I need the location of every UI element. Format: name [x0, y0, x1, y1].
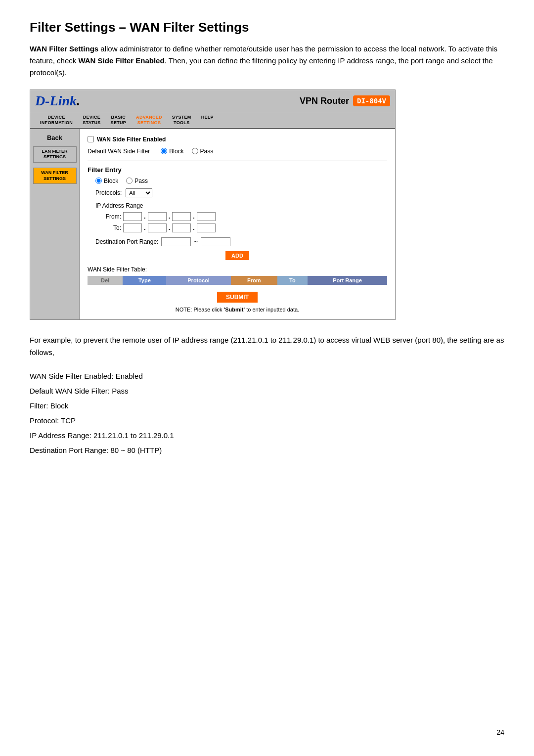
port-tilde: ~: [194, 238, 198, 245]
example-item-6: Destination Port Range: 80 ~ 80 (HTTP): [30, 443, 504, 458]
sidebar-item-lan-filter[interactable]: LAN FILTERSETTINGS: [33, 146, 77, 163]
ip-to-label: To:: [103, 224, 121, 231]
filter-block-label: Block: [104, 178, 118, 184]
port-from-input[interactable]: [161, 237, 191, 246]
ip-dot-1: .: [144, 213, 146, 220]
model-badge: DI-804V: [353, 95, 390, 106]
ip-from-octet1[interactable]: [123, 212, 142, 221]
ip-to-octet4[interactable]: [197, 223, 216, 232]
wan-filter-enabled-row: WAN Side Filter Enabled: [88, 136, 387, 143]
ip-dot-5: .: [169, 224, 171, 231]
note-submit-bold: 'Submit': [224, 307, 245, 312]
content-area: WAN Side Filter Enabled Default WAN Side…: [80, 129, 395, 319]
default-pass-radio[interactable]: [192, 148, 198, 154]
ip-to-octet1[interactable]: [123, 223, 142, 232]
default-block-option[interactable]: Block: [161, 148, 183, 155]
submit-row: Submit: [88, 292, 387, 303]
intro-bold-wan: WAN Filter Settings: [30, 44, 98, 53]
table-header-to: To: [277, 276, 308, 285]
sidebar-item-wan-filter[interactable]: WAN FILTERSETTINGS: [33, 168, 77, 184]
default-pass-label: Pass: [200, 148, 214, 155]
example-item-3: Filter: Block: [30, 399, 504, 413]
default-pass-option[interactable]: Pass: [192, 148, 214, 155]
intro-bold-filter: WAN Side Filter Enabled: [78, 56, 164, 65]
table-header-type: Type: [123, 276, 166, 285]
nav-system-tools[interactable]: SYSTEMTOOLS: [167, 112, 196, 128]
wan-filter-enabled-checkbox[interactable]: [88, 136, 94, 142]
protocols-label: Protocols:: [95, 189, 122, 196]
add-button[interactable]: Add: [225, 251, 249, 260]
router-nav: DEVICEINFORMATION DEVICESTATUS BASICSETU…: [30, 112, 395, 129]
ip-from-label: From:: [103, 213, 121, 220]
nav-advanced-settings[interactable]: ADVANCEDSETTINGS: [131, 112, 167, 128]
default-block-radio[interactable]: [161, 148, 167, 154]
table-header-from: From: [231, 276, 277, 285]
ip-from-octet2[interactable]: [148, 212, 167, 221]
nav-basic-setup[interactable]: BASICSETUP: [106, 112, 132, 128]
filter-entry-title: Filter Entry: [88, 166, 387, 174]
page-title: Filter Settings – WAN Filter Settings: [30, 20, 504, 35]
filter-pass-radio[interactable]: [126, 178, 133, 184]
example-item-2: Default WAN Side Filter: Pass: [30, 384, 504, 399]
ip-dot-6: .: [193, 224, 195, 231]
sidebar: Back LAN FILTERSETTINGS WAN FILTERSETTIN…: [30, 129, 80, 319]
filter-table: Del Type Protocol From To Port Range: [88, 276, 387, 285]
router-brand: VPN Router DI-804V: [300, 95, 390, 106]
ip-to-row: To: . . .: [103, 223, 387, 232]
dest-port-row: Destination Port Range: ~: [95, 237, 387, 246]
ip-range-section: IP Address Range From: . . . To: .: [95, 202, 387, 232]
filter-table-label: WAN Side Filter Table:: [88, 266, 387, 273]
ip-dot-3: .: [193, 213, 195, 220]
ip-range-title: IP Address Range: [95, 202, 387, 209]
divider: [88, 161, 387, 161]
nav-device-info[interactable]: DEVICEINFORMATION: [35, 112, 78, 128]
filter-pass-label: Pass: [134, 178, 148, 184]
ip-dot-2: .: [169, 213, 171, 220]
note-text: NOTE: Please click 'Submit' to enter inp…: [88, 307, 387, 312]
wan-filter-enabled-label: WAN Side Filter Enabled: [97, 136, 166, 143]
table-header-del: Del: [88, 276, 123, 285]
nav-help[interactable]: HELP: [196, 112, 219, 128]
example-item-4: Protocol: TCP: [30, 413, 504, 428]
nav-device-status[interactable]: DEVICESTATUS: [78, 112, 105, 128]
add-btn-row: Add: [88, 251, 387, 260]
intro-paragraph: WAN Filter Settings allow administrator …: [30, 43, 504, 79]
port-to-input[interactable]: [201, 237, 230, 246]
protocols-select[interactable]: All TCP UDP ICMP: [126, 188, 152, 197]
router-header: D-Link. VPN Router DI-804V: [30, 90, 395, 112]
example-list: WAN Side Filter Enabled: Enabled Default…: [30, 369, 504, 458]
dlink-logo: D-Link.: [35, 93, 80, 109]
default-block-label: Block: [169, 148, 183, 155]
example-intro: For example, to prevent the remote user …: [30, 334, 504, 359]
default-filter-row: Default WAN Side Filter Block Pass: [88, 148, 387, 155]
ip-from-octet4[interactable]: [197, 212, 216, 221]
filter-block-radio[interactable]: [95, 178, 102, 184]
submit-button[interactable]: Submit: [217, 292, 258, 303]
ip-to-octet2[interactable]: [148, 223, 167, 232]
ip-to-octet3[interactable]: [172, 223, 191, 232]
ip-from-row: From: . . .: [103, 212, 387, 221]
ip-dot-4: .: [144, 224, 146, 231]
router-ui-box: D-Link. VPN Router DI-804V DEVICEINFORMA…: [30, 89, 396, 320]
filter-block-option[interactable]: Block: [95, 178, 118, 184]
table-header-port-range: Port Range: [308, 276, 387, 285]
table-header-protocol: Protocol: [166, 276, 231, 285]
filter-block-pass-row: Block Pass: [95, 178, 387, 184]
filter-pass-option[interactable]: Pass: [126, 178, 148, 184]
vpn-router-text: VPN Router: [300, 96, 349, 106]
sidebar-back-button[interactable]: Back: [47, 134, 62, 141]
dest-port-label: Destination Port Range:: [95, 238, 158, 245]
protocols-row: Protocols: All TCP UDP ICMP: [95, 188, 387, 197]
ip-from-octet3[interactable]: [172, 212, 191, 221]
default-filter-label: Default WAN Side Filter: [88, 148, 150, 155]
example-item-5: IP Address Range: 211.21.0.1 to 211.29.0…: [30, 428, 504, 443]
example-item-1: WAN Side Filter Enabled: Enabled: [30, 369, 504, 384]
router-body: Back LAN FILTERSETTINGS WAN FILTERSETTIN…: [30, 129, 395, 319]
page-number: 24: [496, 728, 504, 736]
